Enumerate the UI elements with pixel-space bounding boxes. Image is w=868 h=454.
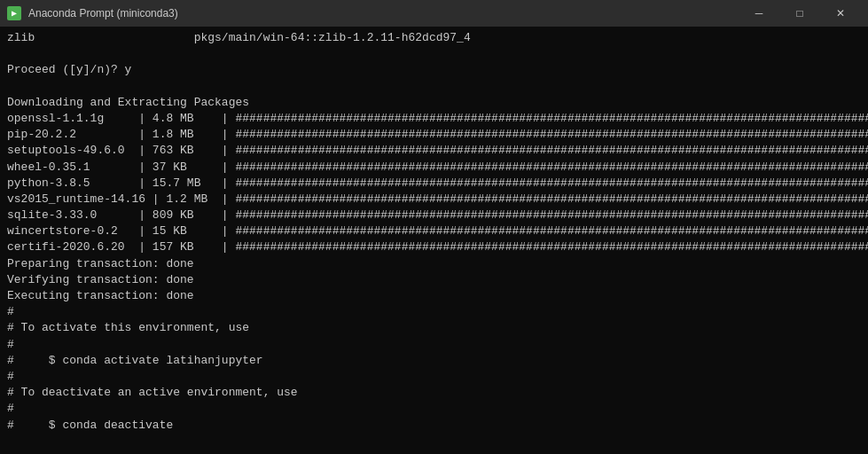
maximize-button[interactable]: □ [779, 0, 820, 27]
close-button[interactable]: ✕ [820, 0, 861, 27]
app-icon: ▶ [7, 6, 21, 20]
window-title: Anaconda Prompt (miniconda3) [28, 7, 178, 20]
terminal-body[interactable]: zlib pkgs/main/win-64::zlib-1.2.11-h62dc… [0, 27, 868, 454]
title-bar-left: ▶ Anaconda Prompt (miniconda3) [7, 6, 178, 20]
minimize-button[interactable]: ─ [739, 0, 779, 27]
window: ▶ Anaconda Prompt (miniconda3) ─ □ ✕ zli… [0, 0, 868, 454]
title-bar: ▶ Anaconda Prompt (miniconda3) ─ □ ✕ [0, 0, 868, 27]
window-controls: ─ □ ✕ [739, 0, 861, 27]
